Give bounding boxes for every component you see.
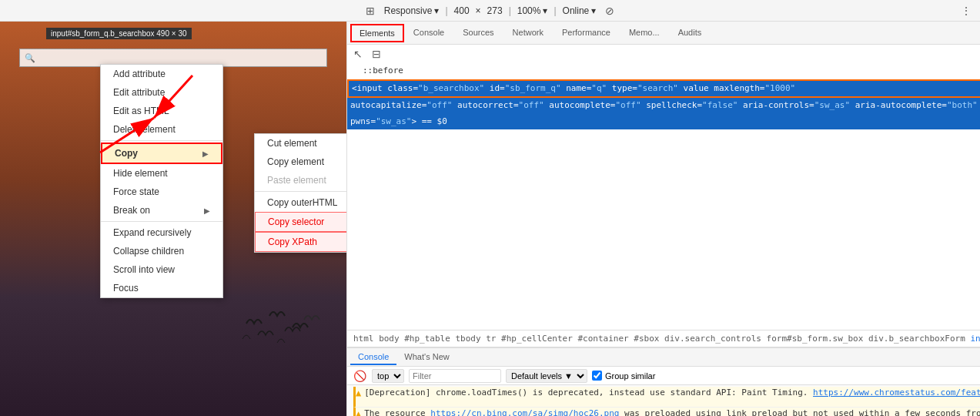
submenu-arrow-icon: ▶ (204, 206, 210, 215)
element-row-before: ::before (347, 63, 980, 79)
devtools-toolbar: ⊞ Responsive ▾ | 400 × 273 | 100% ▾ | On… (0, 0, 980, 22)
copy-selector-item[interactable]: Copy selector (255, 212, 346, 232)
zoom-select[interactable]: 100% ▾ (517, 5, 548, 16)
breadcrumb-tr[interactable]: tr (486, 334, 496, 344)
console-messages: ▲ [Deprecation] chrome.loadTimes() is de… (347, 385, 980, 416)
primary-context-menu: Add attribute Edit attribute Edit as HTM… (100, 64, 223, 298)
breadcrumb-search-controls[interactable]: div.search_controls (664, 334, 761, 344)
tab-console[interactable]: Console (404, 23, 453, 43)
console-toolbar: 🚫 top Default levels ▼ Group similar 3 h… (347, 367, 980, 385)
breadcrumb-container[interactable]: #container (577, 334, 628, 344)
tab-sources[interactable]: Sources (453, 23, 503, 43)
log-level-select[interactable]: Default levels ▼ (506, 369, 587, 383)
chevron-down-icon: ▾ (591, 5, 596, 16)
main-content: input#sb_form_q.b_searchbox 490 × 30 🔍 A… (0, 22, 980, 416)
menu-divider (255, 191, 346, 192)
device-mode-icon[interactable]: ⊟ (369, 46, 384, 62)
submenu-arrow-icon: ▶ (202, 149, 209, 158)
context-select[interactable]: top (372, 369, 404, 383)
console-link-2[interactable]: https://cn.bing.com/sa/simg/hoc26.png (430, 408, 619, 416)
breadcrumb-sbox[interactable]: #sbox (634, 334, 659, 344)
viewport-height[interactable]: 273 (487, 5, 503, 16)
element-tooltip: input#sb_form_q.b_searchbox 490 × 30 (46, 28, 192, 39)
add-attribute-item[interactable]: Add attribute (101, 65, 222, 83)
console-message-1: ▲ [Deprecation] chrome.loadTimes() is de… (353, 387, 980, 408)
warning-icon: ▲ (356, 387, 361, 398)
breadcrumb: html body #hp_table tbody tr #hp_cellCen… (347, 330, 980, 347)
breadcrumb-body[interactable]: body (379, 334, 400, 344)
copy-outerhtml-item[interactable]: Copy outerHTML (255, 193, 346, 212)
copy-context-submenu: Cut element Copy element Paste element C… (254, 133, 346, 253)
elements-toolbar: ↖ ⊟ (347, 45, 980, 63)
devtools-panel: Elements Console Sources Network Perform… (346, 22, 980, 416)
element-row-input-2: autocapitalize="off" autocorrect="off" a… (347, 98, 980, 114)
devtools-content: ↖ ⊟ ::before <input class="b_searchbox" … (347, 45, 980, 330)
break-on-item[interactable]: Break on ▶ (101, 201, 222, 220)
console-filter-input[interactable] (409, 369, 501, 383)
edit-as-html-item[interactable]: Edit as HTML (101, 102, 222, 120)
breadcrumb-sb-form[interactable]: form#sb_form.sw_box (767, 334, 864, 344)
device-toggle-icon[interactable]: ⊞ (363, 3, 378, 18)
menu-divider (101, 140, 222, 141)
copy-xpath-item[interactable]: Copy XPath (255, 232, 346, 252)
breadcrumb-active-item[interactable]: input#sb_form_q.b_searchbox (970, 334, 980, 344)
breadcrumb-tbody[interactable]: tbody (455, 334, 480, 344)
inspect-element-icon[interactable]: ↖ (350, 46, 366, 62)
console-area: Console What's New ✕ 🚫 top Default level… (347, 347, 980, 416)
element-row-input[interactable]: <input class="b_searchbox" id="sb_form_q… (347, 79, 980, 99)
warning-icon: ▲ (356, 408, 361, 416)
menu-divider (101, 221, 222, 222)
console-tabs: Console What's New ✕ (347, 348, 980, 367)
tab-network[interactable]: Network (503, 23, 553, 43)
chevron-down-icon: ▾ (434, 5, 439, 16)
copy-item[interactable]: Copy ▶ (101, 143, 222, 164)
tab-performance[interactable]: Performance (553, 23, 620, 43)
scroll-into-view-item[interactable]: Scroll into view (101, 260, 222, 279)
devtools-tabs: Elements Console Sources Network Perform… (347, 22, 980, 45)
elements-tree: ↖ ⊟ ::before <input class="b_searchbox" … (347, 45, 980, 330)
focus-item[interactable]: Focus (101, 279, 222, 297)
network-throttle-select[interactable]: Online ▾ (563, 5, 597, 16)
birds-image (239, 293, 331, 354)
more-options-icon[interactable]: ⋮ (958, 3, 974, 18)
cut-element-item[interactable]: Cut element (255, 134, 346, 153)
no-throttle-icon[interactable]: ⊘ (602, 3, 617, 18)
expand-recursively-item[interactable]: Expand recursively (101, 223, 222, 242)
clear-console-icon[interactable]: 🚫 (352, 368, 367, 384)
paste-element-item[interactable]: Paste element (255, 171, 346, 190)
delete-element-item[interactable]: Delete element (101, 120, 222, 139)
collapse-children-item[interactable]: Collapse children (101, 242, 222, 260)
element-row-input-3: pwns="sw_as"> == $0 (347, 114, 980, 130)
breadcrumb-hp-table[interactable]: #hp_table (404, 334, 450, 344)
force-state-item[interactable]: Force state (101, 183, 222, 201)
breadcrumb-html[interactable]: html (353, 334, 374, 344)
tab-memory[interactable]: Memo... (620, 23, 669, 43)
console-message-2: ▲ The resource https://cn.bing.com/sa/si… (353, 408, 980, 416)
tab-console-bottom[interactable]: Console (350, 350, 396, 365)
edit-attribute-item[interactable]: Edit attribute (101, 83, 222, 102)
tab-elements[interactable]: Elements (350, 24, 404, 42)
device-select[interactable]: Responsive ▾ (384, 5, 440, 16)
breadcrumb-searchbox-form[interactable]: div.b_searchboxForm (868, 334, 965, 344)
tab-audits[interactable]: Audits (669, 23, 711, 43)
group-similar-checkbox[interactable] (592, 371, 602, 381)
webpage-preview: input#sb_form_q.b_searchbox 490 × 30 🔍 A… (0, 22, 346, 416)
console-link-1[interactable]: https://www.chromestatus.com/feature/563… (813, 387, 980, 398)
copy-element-item[interactable]: Copy element (255, 153, 346, 171)
group-similar-checkbox-group: Group similar (592, 371, 655, 381)
chevron-down-icon: ▾ (543, 5, 547, 16)
viewport-width[interactable]: 400 (454, 5, 470, 16)
breadcrumb-hp-cellcenter[interactable]: #hp_cellCenter (501, 334, 573, 344)
hide-element-item[interactable]: Hide element (101, 164, 222, 183)
tab-whats-new[interactable]: What's New (396, 350, 457, 365)
